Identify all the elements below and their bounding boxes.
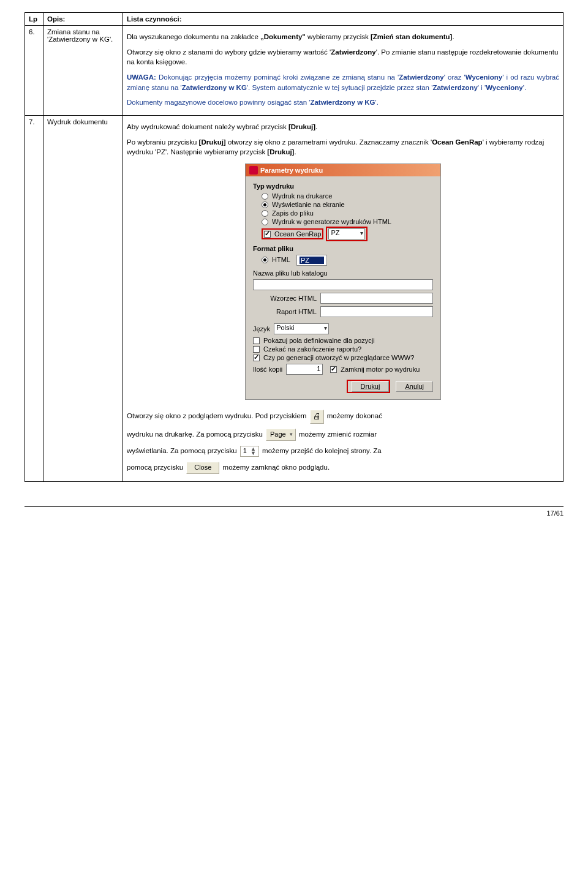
text: ' oraz ' — [444, 73, 466, 81]
text: Dla wyszukanego dokumentu na zakładce — [127, 33, 260, 40]
printer-button[interactable] — [310, 410, 324, 424]
check-www[interactable]: Czy po generacji otworzyć w przeglądarce… — [253, 354, 433, 361]
group-typ-label: Typ wydruku — [253, 182, 433, 190]
checkbox-motor[interactable] — [330, 366, 337, 373]
table-row: 7. Wydruk dokumentu Aby wydrukować dokum… — [25, 116, 564, 482]
radio-ekran[interactable]: Wyświetlanie na ekranie — [262, 201, 433, 208]
input-raport[interactable] — [320, 306, 433, 317]
radio-icon — [262, 219, 268, 225]
checkbox-icon — [253, 355, 260, 361]
header-lista: Lista czynności: — [123, 13, 564, 26]
radio-icon — [262, 257, 268, 263]
select-jezyk[interactable]: Polski — [274, 323, 329, 334]
radio-plik[interactable]: Zapis do pliku — [262, 209, 433, 217]
text: Aby wydrukować dokument należy wybrać pr… — [127, 123, 288, 130]
text-bold: [Zmień stan dokumentu] — [371, 33, 453, 40]
input-nazwa[interactable] — [253, 279, 433, 290]
uwaga-label: UWAGA: — [127, 73, 156, 81]
text: Dokonując przyjęcia możemy pominąć kroki… — [156, 73, 399, 81]
printer-icon — [313, 413, 321, 420]
text: Otworzy się okno z podglądem wydruku. Po… — [127, 413, 309, 420]
radio-format-html[interactable]: HTML — [262, 256, 290, 263]
close-button[interactable]: Close — [186, 462, 219, 474]
text-bold: Zatwierdzony w KG — [310, 99, 375, 106]
input-wzorzec[interactable] — [320, 293, 433, 304]
checkbox-label: Pokazuj pola definiowalne dla pozycji — [263, 337, 375, 344]
radio-drukarka[interactable]: Wydruk na drukarce — [262, 192, 433, 200]
label-jezyk: Język — [253, 325, 270, 333]
radio-label: HTML — [272, 256, 290, 263]
print-params-dialog: Parametry wydruku Typ wydruku Wydruk na … — [245, 164, 441, 400]
check-genrap-row: Ocean GenRap PZ — [262, 227, 433, 241]
text: możemy zmienić rozmiar — [299, 430, 377, 438]
text: '. — [375, 99, 379, 106]
radio-label: Wydruk w generatorze wydruków HTML — [272, 218, 391, 225]
cell-desc: Dla wyszukanego dokumentu na zakładce „D… — [123, 26, 564, 116]
text: pomocą przycisku — [127, 464, 185, 471]
page-number-value: 1 — [243, 446, 247, 456]
text: Po wybraniu przycisku — [127, 138, 199, 146]
list-item-pz[interactable]: PZ — [300, 257, 324, 264]
text-bold: Wyceniony — [486, 84, 523, 91]
text-bold: „Dokumenty" — [260, 33, 306, 40]
checkbox-label: Ocean GenRap — [274, 230, 321, 238]
page-number-stepper[interactable]: 1 ▲▼ — [240, 446, 259, 457]
text: '. System automatycznie w tej sytuacji p… — [247, 84, 433, 91]
checkbox-label: Zamknij motor po wydruku — [341, 366, 420, 373]
check-czekac[interactable]: Czekać na zakończenie raportu? — [253, 345, 433, 353]
cell-opis: Wydruk dokumentu — [43, 116, 123, 482]
text: wyświetlania. Za pomocą przycisku — [127, 447, 239, 454]
cell-lp: 7. — [25, 116, 43, 482]
checkbox-label: Czekać na zakończenie raportu? — [263, 345, 361, 353]
checkbox-genrap[interactable] — [264, 231, 271, 238]
radio-label: Wyświetlanie na ekranie — [272, 201, 345, 208]
text: otworzy się okno z parametrami wydruku. … — [226, 138, 432, 146]
text-bold: Zatwierdzony w KG — [182, 84, 247, 91]
text: . — [315, 123, 317, 130]
radio-icon — [262, 201, 268, 208]
radio-label: Zapis do pliku — [272, 209, 314, 217]
text: możemy zamknąć okno podglądu. — [223, 464, 330, 471]
radio-icon — [262, 210, 268, 217]
page-size-select[interactable]: Page — [266, 429, 296, 441]
text-bold: [Drukuj] — [267, 148, 294, 156]
cell-opis: Zmiana stanu na 'Zatwierdzony w KG'. — [43, 26, 123, 116]
label-wzorzec: Wzorzec HTML — [253, 295, 320, 302]
text-bold: Zatwierdzony — [432, 84, 477, 91]
genrap-select[interactable]: PZ — [328, 228, 365, 239]
text: możemy dokonać — [327, 413, 382, 420]
radio-html[interactable]: Wydruk w generatorze wydruków HTML — [262, 218, 433, 225]
checkbox-icon — [253, 346, 260, 353]
app-icon — [249, 166, 258, 175]
text-bold: Ocean GenRap — [432, 138, 482, 146]
spinner-icon: ▲▼ — [251, 447, 256, 456]
header-lp: Lp — [25, 13, 43, 26]
text: . — [294, 148, 296, 156]
cell-desc: Aby wydrukować dokument należy wybrać pr… — [123, 116, 564, 482]
label-raport: Raport HTML — [253, 308, 320, 315]
text: . — [452, 33, 454, 40]
text: wydruku na drukarkę. Za pomocą przycisku — [127, 430, 265, 438]
header-opis: Opis: — [43, 13, 123, 26]
checkbox-icon — [253, 337, 260, 344]
drukuj-button[interactable]: Drukuj — [352, 381, 390, 392]
text: Otworzy się okno z stanami do wybory gdz… — [127, 48, 331, 56]
checkbox-label: Czy po generacji otworzyć w przeglądarce… — [263, 354, 414, 361]
anuluj-button[interactable]: Anuluj — [396, 381, 433, 392]
check-pola[interactable]: Pokazuj pola definiowalne dla pozycji — [253, 337, 433, 344]
text-bold: Wyceniony — [466, 73, 503, 81]
page-footer: 17/61 — [24, 506, 564, 517]
text: wybieramy przycisk — [306, 33, 371, 40]
text: możemy przejść do kolejnej strony. Za — [262, 447, 382, 454]
text: '. — [523, 84, 526, 91]
text-bold: [Drukuj] — [199, 138, 226, 146]
instruction-table: Lp Opis: Lista czynności: 6. Zmiana stan… — [24, 12, 564, 482]
group-format-label: Format pliku — [253, 245, 433, 252]
input-kopii[interactable]: 1 — [286, 364, 323, 375]
dialog-titlebar: Parametry wydruku — [246, 164, 440, 176]
radio-icon — [262, 193, 268, 200]
radio-label: Wydruk na drukarce — [272, 192, 332, 200]
dialog-title: Parametry wydruku — [260, 167, 323, 174]
table-row: 6. Zmiana stanu na 'Zatwierdzony w KG'. … — [25, 26, 564, 116]
label-nazwa: Nazwa pliku lub katalogu — [253, 269, 433, 277]
